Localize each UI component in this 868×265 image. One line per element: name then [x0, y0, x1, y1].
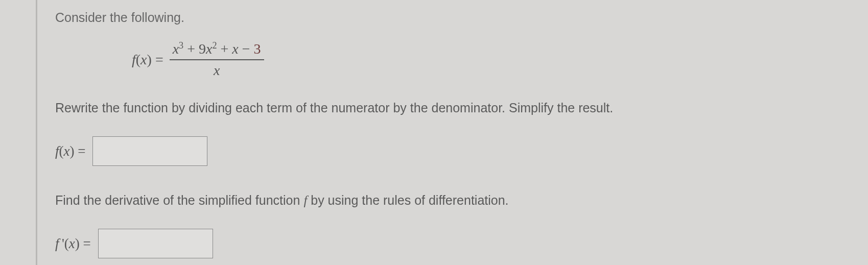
fx-input[interactable]	[92, 136, 207, 166]
fprime-input[interactable]	[98, 229, 213, 258]
equation-lhs: f(x) =	[132, 52, 163, 68]
equation-fraction: x3 + 9x2 + x − 3 x	[170, 40, 264, 79]
problem-page: Consider the following. f(x) = x3 + 9x2 …	[36, 0, 868, 265]
answer-label-fx: f(x) =	[55, 143, 85, 159]
given-equation: f(x) = x3 + 9x2 + x − 3 x	[132, 40, 853, 79]
answer-row-fx: f(x) =	[55, 136, 853, 166]
prompt-text: Consider the following.	[55, 10, 853, 25]
answer-label-fprime: f '(x) =	[55, 236, 91, 252]
equation-numerator: x3 + 9x2 + x − 3	[170, 40, 264, 60]
equation-denominator: x	[214, 60, 220, 79]
instruction-rewrite: Rewrite the function by dividing each te…	[55, 99, 853, 117]
instruction-derivative: Find the derivative of the simplified fu…	[55, 191, 853, 209]
answer-row-fprime: f '(x) =	[55, 229, 853, 258]
